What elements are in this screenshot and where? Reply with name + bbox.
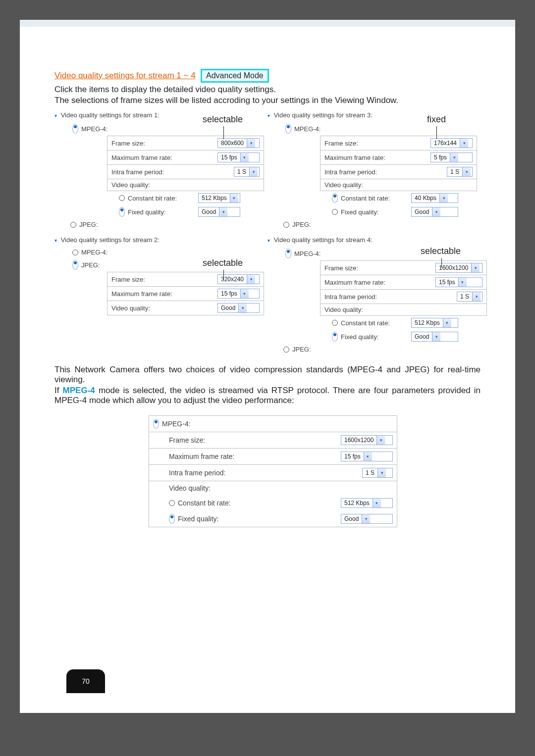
max-frame-rate-label: Maximum frame rate: <box>111 290 217 298</box>
frame-size-label: Frame size: <box>111 276 217 283</box>
chevron-down-icon: ▾ <box>268 113 270 118</box>
intra-period-select-s1[interactable]: 1 S▾ <box>234 167 260 177</box>
intra-period-select-s3[interactable]: 1 S▾ <box>447 167 473 177</box>
radio-jpeg-label: JPEG: <box>292 221 311 228</box>
fq-select-s4[interactable]: Good▾ <box>411 332 458 342</box>
stream4-heading[interactable]: ▾ Video quality settings for stream 4: <box>268 236 477 244</box>
chevron-down-icon: ▾ <box>373 499 381 507</box>
video-quality-label: Video quality: <box>153 484 393 492</box>
max-frame-rate-select-s4[interactable]: 15 fps▾ <box>435 277 482 287</box>
radio-jpeg-s4[interactable] <box>283 347 289 353</box>
intra-period-label: Intra frame period: <box>111 168 234 176</box>
annot-line-s1 <box>223 126 224 139</box>
radio-fq-s1[interactable] <box>119 207 125 217</box>
radio-fq-detail[interactable] <box>169 514 175 524</box>
max-frame-rate-select-s3[interactable]: 5 fps▾ <box>430 152 473 162</box>
cbr-select-detail[interactable]: 512 Kbps▾ <box>341 498 393 508</box>
radio-mpeg4-s1[interactable] <box>72 124 78 134</box>
chevron-down-icon: ▾ <box>443 318 451 327</box>
chevron-down-icon: ▾ <box>54 113 57 118</box>
max-frame-rate-label: Maximum frame rate: <box>324 279 435 286</box>
radio-mpeg4-s4[interactable] <box>285 249 291 258</box>
intra-period-label: Intra frame period: <box>324 293 457 301</box>
annot-selectable-s1: selectable <box>203 114 243 125</box>
frame-size-label: Frame size: <box>324 140 430 147</box>
frame-size-select-detail[interactable]: 1600x1200▾ <box>341 435 393 445</box>
cbr-select-s4[interactable]: 512 Kbps▾ <box>411 318 458 328</box>
max-frame-rate-select-detail[interactable]: 15 fps▾ <box>341 452 393 461</box>
intra-period-label: Intra frame period: <box>324 168 447 176</box>
chevron-down-icon: ▾ <box>364 452 372 461</box>
intra-period-select-s4[interactable]: 1 S▾ <box>457 292 482 302</box>
video-quality-label: Video quality: <box>324 306 482 313</box>
radio-cbr-s4[interactable] <box>332 320 338 326</box>
frame-size-select-s4[interactable]: 1600x1200▾ <box>435 263 482 273</box>
intra-period-select-detail[interactable]: 1 S▾ <box>362 468 393 478</box>
chevron-down-icon: ▾ <box>450 153 458 162</box>
radio-mpeg4-s3[interactable] <box>285 124 291 134</box>
radio-fq-s4[interactable] <box>332 332 338 342</box>
stream1-settings: Frame size: 800x600▾ Maximum frame rate: <box>107 136 264 191</box>
annot-line-s2 <box>223 270 224 280</box>
stream2-heading[interactable]: ▾ Video quality settings for stream 2: <box>54 236 264 244</box>
stream4-settings: Frame size: 1600x1200▾ Maximum frame rat… <box>320 260 487 316</box>
radio-cbr-s1[interactable] <box>119 195 125 201</box>
radio-jpeg-label: JPEG: <box>292 346 311 353</box>
radio-jpeg-label: JPEG: <box>81 261 100 269</box>
radio-mpeg4-s2[interactable] <box>72 250 78 255</box>
fq-select-s3[interactable]: Good▾ <box>411 207 458 217</box>
mpeg4-highlight: MPEG-4 <box>63 386 95 395</box>
chevron-down-icon: ▾ <box>247 139 255 148</box>
radio-cbr-s3[interactable] <box>332 193 338 203</box>
annot-line-s3 <box>436 126 437 139</box>
fq-select-detail[interactable]: Good▾ <box>341 514 393 524</box>
chevron-down-icon: ▾ <box>376 436 385 445</box>
max-frame-rate-label: Maximum frame rate: <box>324 154 430 161</box>
chevron-down-icon: ▾ <box>377 468 386 477</box>
radio-jpeg-s3[interactable] <box>283 222 289 228</box>
radio-mpeg4-label: MPEG-4: <box>81 125 107 133</box>
section-title-link[interactable]: Video quality settings for stream 1 ~ 4 <box>54 71 196 80</box>
video-quality-label: Video quality: <box>111 181 260 189</box>
max-frame-rate-select-s2[interactable]: 15 fps▾ <box>217 289 260 299</box>
vq-select-s2[interactable]: Good▾ <box>217 303 260 313</box>
video-quality-label: Video quality: <box>111 304 217 312</box>
chevron-down-icon: ▾ <box>432 207 440 216</box>
chevron-down-icon: ▾ <box>240 289 249 298</box>
chevron-down-icon: ▾ <box>249 167 258 176</box>
chevron-down-icon: ▾ <box>462 167 471 176</box>
chevron-down-icon: ▾ <box>460 139 468 148</box>
max-frame-rate-label: Maximum frame rate: <box>111 154 217 161</box>
intro-line-2: The selections of frame sizes will be li… <box>54 96 481 105</box>
radio-jpeg-s1[interactable] <box>70 222 76 228</box>
cbr-select-s3[interactable]: 40 Kbps▾ <box>411 193 458 203</box>
frame-size-select-s3[interactable]: 176x144▾ <box>430 138 473 148</box>
fq-select-s1[interactable]: Good▾ <box>198 207 240 217</box>
annot-selectable-s4: selectable <box>421 246 461 256</box>
chevron-down-icon: ▾ <box>219 207 227 216</box>
chevron-down-icon: ▾ <box>439 194 448 202</box>
radio-cbr-detail[interactable] <box>169 500 175 506</box>
chevron-down-icon: ▾ <box>268 238 270 243</box>
chevron-down-icon: ▾ <box>472 292 481 301</box>
radio-jpeg-s2[interactable] <box>72 260 78 270</box>
radio-mpeg4-detail[interactable] <box>153 419 159 429</box>
chevron-down-icon: ▾ <box>471 263 480 272</box>
annot-selectable-s2: selectable <box>203 258 243 268</box>
chevron-down-icon: ▾ <box>54 238 57 243</box>
chevron-down-icon: ▾ <box>247 275 255 284</box>
cbr-select-s1[interactable]: 512 Kbps▾ <box>198 193 240 203</box>
page-number: 70 <box>66 669 105 693</box>
stream2-settings: Frame size: 320x240▾ Maximum frame rate: <box>107 272 264 315</box>
radio-fq-s3[interactable] <box>332 209 338 215</box>
frame-size-label: Frame size: <box>153 436 341 444</box>
chevron-down-icon: ▾ <box>238 303 247 312</box>
paragraph-2: If MPEG-4 mode is selected, the video is… <box>54 386 481 405</box>
max-frame-rate-label: Maximum frame rate: <box>153 453 341 460</box>
frame-size-select-s1[interactable]: 800x600▾ <box>217 138 260 148</box>
chevron-down-icon: ▾ <box>458 278 467 287</box>
radio-jpeg-label: JPEG: <box>79 221 98 228</box>
max-frame-rate-select-s1[interactable]: 15 fps▾ <box>217 152 260 162</box>
chevron-down-icon: ▾ <box>230 194 238 202</box>
intro-line-1: Click the items to display the detailed … <box>54 85 481 95</box>
